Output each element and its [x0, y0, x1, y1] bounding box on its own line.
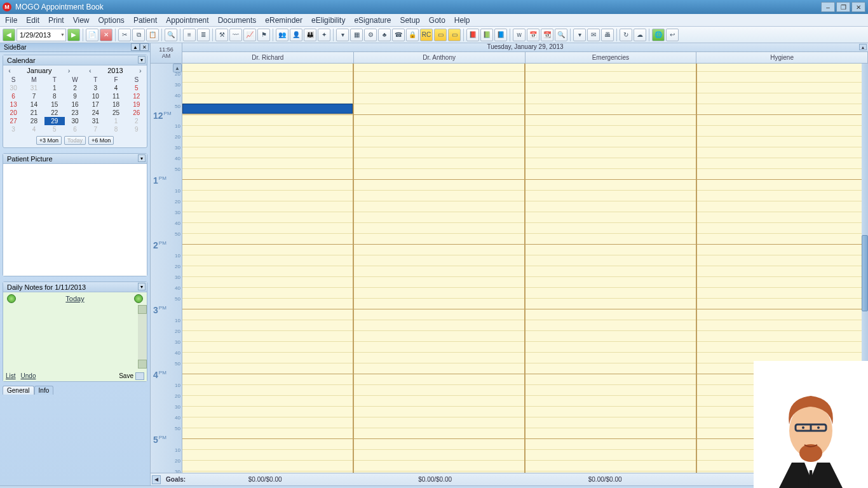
year-next-icon[interactable]: ›: [137, 67, 144, 74]
exit-icon[interactable]: ↩: [666, 29, 679, 41]
print-icon[interactable]: 🖶: [601, 29, 614, 41]
grid-icon[interactable]: ▦: [350, 29, 363, 41]
calendar-grid[interactable]: SMTWTFS303112345678910111213141516171819…: [3, 76, 147, 133]
selected-slot[interactable]: [182, 104, 353, 114]
column-header[interactable]: Dr. Anthony: [354, 52, 526, 64]
sidebar-close-icon[interactable]: ✕: [140, 43, 149, 51]
calendar-day[interactable]: 2: [65, 84, 85, 92]
undo-link[interactable]: Undo: [21, 372, 36, 380]
calendar-day[interactable]: 16: [65, 100, 85, 109]
calendar-day[interactable]: 11: [105, 92, 126, 100]
tree-icon[interactable]: ♣: [378, 29, 391, 41]
calendar-day[interactable]: 3: [85, 84, 105, 92]
save-icon[interactable]: [135, 372, 144, 380]
list-icon[interactable]: ≡: [183, 29, 196, 41]
scroll-down-icon[interactable]: [138, 360, 147, 369]
calendar-day[interactable]: 8: [105, 125, 126, 133]
schedule-column[interactable]: [354, 64, 526, 473]
delete-icon[interactable]: ✕: [100, 29, 112, 41]
calendar-day[interactable]: 24: [85, 109, 105, 117]
menu-patient[interactable]: Patient: [133, 16, 157, 25]
calendar-day[interactable]: 9: [65, 92, 85, 100]
menu-view[interactable]: View: [73, 16, 90, 25]
menu-documents[interactable]: Documents: [218, 16, 257, 25]
tab-info[interactable]: Info: [34, 386, 54, 395]
calendar-day[interactable]: 28: [24, 117, 44, 125]
menu-ereminder[interactable]: eReminder: [265, 16, 302, 25]
calendar-day[interactable]: 31: [24, 84, 44, 92]
scroll-up-icon[interactable]: [138, 305, 147, 314]
menu-print[interactable]: Print: [48, 16, 64, 25]
paste-icon[interactable]: 📋: [146, 29, 159, 41]
plus3mon-button[interactable]: +3 Mon: [36, 136, 62, 145]
note-icon[interactable]: ▾: [336, 29, 349, 41]
mail-icon[interactable]: ✉: [587, 29, 600, 41]
menu-file[interactable]: File: [5, 16, 17, 25]
calendar-day[interactable]: 7: [24, 92, 44, 100]
calendar-day[interactable]: 19: [126, 100, 147, 109]
daily-next-icon[interactable]: [134, 294, 143, 303]
people-icon[interactable]: 👥: [276, 29, 288, 41]
rc-icon[interactable]: RC: [420, 29, 433, 41]
menu-help[interactable]: Help: [454, 16, 470, 25]
tool-icon[interactable]: ⚒: [215, 29, 228, 41]
calendar-day[interactable]: 4: [105, 84, 126, 92]
plus6mon-button[interactable]: +6 Mon: [88, 136, 114, 145]
find-icon[interactable]: 🔍: [555, 29, 567, 41]
menu-eeligibility[interactable]: eEligibility: [311, 16, 345, 25]
list2-icon[interactable]: ≣: [197, 29, 210, 41]
minimize-button[interactable]: –: [821, 2, 835, 12]
month-next-icon[interactable]: ›: [65, 67, 73, 74]
sched-collapse-icon[interactable]: ▲: [859, 44, 867, 50]
cloud-icon[interactable]: ☁: [634, 29, 646, 41]
stamp-icon[interactable]: ▾: [573, 29, 586, 41]
flag-icon[interactable]: ⚑: [257, 29, 270, 41]
calendar-day[interactable]: 7: [85, 125, 105, 133]
save-link[interactable]: Save: [119, 372, 133, 380]
daily-scrollbar[interactable]: [138, 305, 147, 369]
calendar-day[interactable]: 10: [85, 92, 105, 100]
group-icon[interactable]: 👪: [304, 29, 316, 41]
chart2-icon[interactable]: 📈: [243, 29, 256, 41]
calendar-day[interactable]: 9: [126, 125, 147, 133]
doc-icon[interactable]: 📄: [86, 29, 98, 41]
scroll-thumb[interactable]: [862, 235, 868, 311]
calendar-day[interactable]: 20: [3, 109, 24, 117]
today-button[interactable]: Today: [64, 136, 86, 145]
column-header[interactable]: Emergencies: [526, 52, 697, 64]
calendar-day[interactable]: 4: [24, 125, 44, 133]
calendar-day[interactable]: 5: [126, 84, 147, 92]
daily-today-link[interactable]: Today: [65, 295, 84, 302]
calendar-day[interactable]: 22: [44, 109, 65, 117]
close-button[interactable]: ✕: [851, 2, 865, 12]
calendar-day[interactable]: 27: [3, 117, 24, 125]
menu-appointment[interactable]: Appointment: [166, 16, 208, 25]
calendar-day[interactable]: 1: [44, 84, 65, 92]
book3-icon[interactable]: 📘: [494, 29, 507, 41]
daily-collapse-icon[interactable]: ▾: [138, 283, 146, 290]
calendar-day[interactable]: 17: [85, 100, 105, 109]
calendar-day[interactable]: 2: [126, 117, 147, 125]
refresh-icon[interactable]: ↻: [620, 29, 632, 41]
calendar-day[interactable]: 8: [44, 92, 65, 100]
calendar-day[interactable]: 26: [126, 109, 147, 117]
calendar-day[interactable]: 6: [3, 92, 24, 100]
calendar-day[interactable]: 31: [85, 117, 105, 125]
daily-prev-icon[interactable]: [7, 294, 16, 303]
calendar-day[interactable]: 21: [24, 109, 44, 117]
calendar-day[interactable]: 13: [3, 100, 24, 109]
zoom-icon[interactable]: 🔍: [165, 29, 177, 41]
list-link[interactable]: List: [6, 372, 16, 380]
calendar-day[interactable]: 30: [65, 117, 85, 125]
calendar-day[interactable]: 25: [105, 109, 126, 117]
year-prev-icon[interactable]: ‹: [86, 67, 94, 74]
date-input[interactable]: [17, 29, 66, 41]
menu-options[interactable]: Options: [98, 16, 125, 25]
calendar-day[interactable]: 18: [105, 100, 126, 109]
book1-icon[interactable]: 📕: [466, 29, 479, 41]
menu-goto[interactable]: Goto: [429, 16, 445, 25]
menu-esignature[interactable]: eSignature: [354, 16, 391, 25]
hscroll-left-icon[interactable]: ◀: [152, 475, 161, 484]
gear-icon[interactable]: ⚙: [364, 29, 377, 41]
phone-icon[interactable]: ☎: [392, 29, 405, 41]
